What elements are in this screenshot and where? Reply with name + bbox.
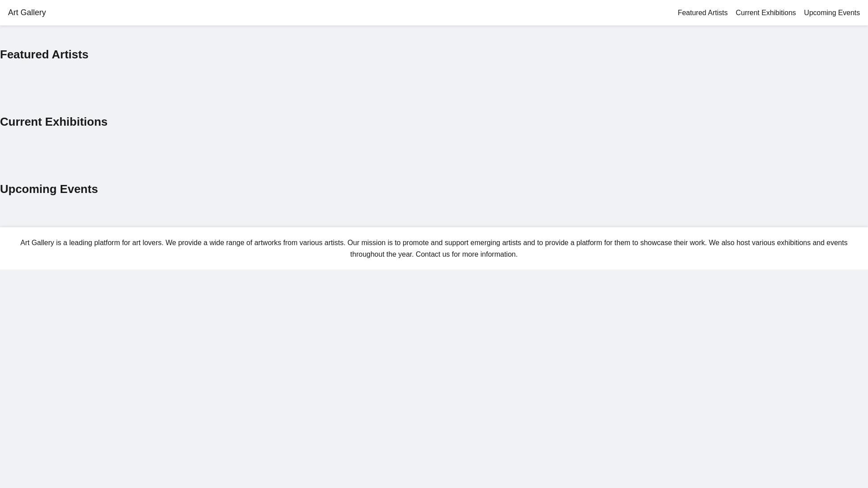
section-heading-2: Upcoming Events <box>0 182 868 196</box>
main-nav: Featured ArtistsCurrent ExhibitionsUpcom… <box>678 9 860 17</box>
nav-item-2[interactable]: Upcoming Events <box>804 9 860 17</box>
section-upcoming-events: Upcoming Events <box>0 160 868 227</box>
main-content: Featured ArtistsCurrent ExhibitionsUpcom… <box>0 25 868 227</box>
section-heading-1: Current Exhibitions <box>0 115 868 129</box>
section-featured-artists: Featured Artists <box>0 25 868 93</box>
nav-item-0[interactable]: Featured Artists <box>678 9 727 17</box>
footer-text: Art Gallery is a leading platform for ar… <box>8 237 860 260</box>
site-footer: Art Gallery is a leading platform for ar… <box>0 227 868 270</box>
section-current-exhibitions: Current Exhibitions <box>0 93 868 160</box>
nav-item-1[interactable]: Current Exhibitions <box>736 9 796 17</box>
section-heading-0: Featured Artists <box>0 48 868 62</box>
site-header: Art Gallery Featured ArtistsCurrent Exhi… <box>0 0 868 25</box>
site-logo[interactable]: Art Gallery <box>8 8 46 17</box>
